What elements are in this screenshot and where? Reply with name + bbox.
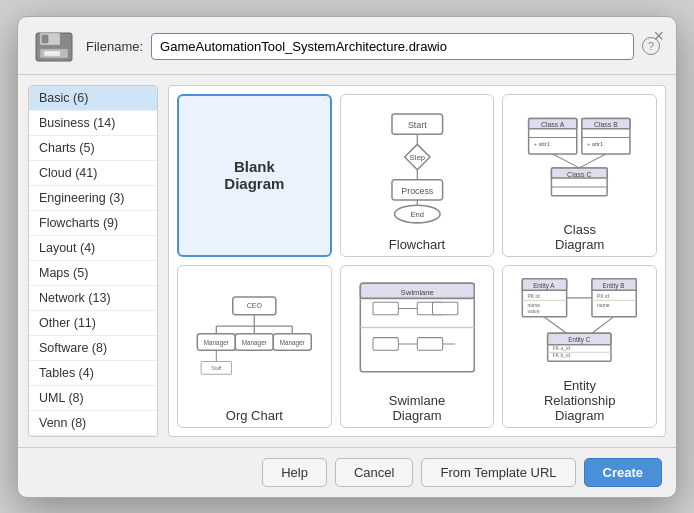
filename-label: Filename: <box>86 39 143 54</box>
help-button[interactable]: Help <box>262 458 327 487</box>
dialog: × Filename: ? Basic (6) Business (14) Ch… <box>17 16 677 498</box>
template-er-preview: Entity A PK id name value Entity B PK id… <box>503 266 656 374</box>
template-flowchart[interactable]: Start Step Process End Flowchart <box>340 94 495 257</box>
sidebar-item-basic[interactable]: Basic (6) <box>29 86 157 111</box>
svg-rect-59 <box>432 302 457 315</box>
svg-text:Manager: Manager <box>204 339 229 347</box>
sidebar-item-layout[interactable]: Layout (4) <box>29 236 157 261</box>
svg-text:CEO: CEO <box>247 302 263 309</box>
sidebar-item-charts[interactable]: Charts (5) <box>29 136 157 161</box>
template-swimlane-preview: Swimlane <box>341 266 494 389</box>
svg-text:PK id: PK id <box>528 292 540 298</box>
sidebar-item-software[interactable]: Software (8) <box>29 336 157 361</box>
svg-text:value: value <box>528 308 540 314</box>
template-swimlane-label: SwimlaneDiagram <box>385 389 449 427</box>
sidebar-item-cloud[interactable]: Cloud (41) <box>29 161 157 186</box>
template-org-chart[interactable]: CEO Manager Manager Manager <box>177 265 332 428</box>
cancel-button[interactable]: Cancel <box>335 458 413 487</box>
create-button[interactable]: Create <box>584 458 662 487</box>
svg-text:Class C: Class C <box>567 170 591 177</box>
sidebar: Basic (6) Business (14) Charts (5) Cloud… <box>28 85 158 437</box>
svg-text:+ attr1: + attr1 <box>587 141 603 147</box>
svg-line-30 <box>553 153 580 167</box>
svg-text:Swimlane: Swimlane <box>401 287 434 296</box>
close-button[interactable]: × <box>653 27 664 45</box>
template-blank-label: BlankDiagram <box>220 154 288 196</box>
template-class-preview: Class A + attr1 Class B + attr1 Class C <box>503 95 656 218</box>
svg-text:Step: Step <box>409 152 425 161</box>
footer: Help Cancel From Template URL Create <box>18 447 676 497</box>
svg-rect-4 <box>44 51 60 56</box>
template-blank[interactable]: BlankDiagram <box>177 94 332 257</box>
svg-text:FK b_id: FK b_id <box>553 352 571 358</box>
template-orgchart-preview: CEO Manager Manager Manager <box>178 266 331 404</box>
disk-icon <box>34 29 74 64</box>
svg-text:Process: Process <box>401 185 434 195</box>
svg-text:Entity B: Entity B <box>603 281 625 289</box>
template-orgchart-label: Org Chart <box>222 404 287 427</box>
svg-text:Entity C: Entity C <box>569 336 592 344</box>
svg-text:End: End <box>410 209 423 218</box>
svg-line-80 <box>544 316 567 332</box>
svg-text:Manager: Manager <box>242 339 267 347</box>
template-class-diagram[interactable]: Class A + attr1 Class B + attr1 Class C <box>502 94 657 257</box>
svg-text:Class B: Class B <box>594 121 618 128</box>
templates-grid: BlankDiagram Start Step Process <box>168 85 666 437</box>
template-flowchart-preview: Start Step Process End <box>341 95 494 233</box>
svg-text:Start: Start <box>408 119 427 129</box>
svg-text:Entity A: Entity A <box>534 281 556 289</box>
filename-input[interactable] <box>151 33 634 60</box>
svg-rect-55 <box>373 337 398 350</box>
sidebar-item-flowcharts[interactable]: Flowcharts (9) <box>29 211 157 236</box>
svg-text:Manager: Manager <box>280 339 305 347</box>
sidebar-item-uml[interactable]: UML (8) <box>29 386 157 411</box>
svg-text:Staff: Staff <box>211 365 222 371</box>
sidebar-item-other[interactable]: Other (11) <box>29 311 157 336</box>
svg-text:name: name <box>528 301 541 307</box>
sidebar-item-maps[interactable]: Maps (5) <box>29 261 157 286</box>
template-er-label: EntityRelationshipDiagram <box>540 374 620 427</box>
from-template-url-button[interactable]: From Template URL <box>421 458 575 487</box>
template-class-label: ClassDiagram <box>551 218 608 256</box>
filename-row: Filename: ? <box>86 33 660 60</box>
svg-text:PK id: PK id <box>597 292 609 298</box>
svg-rect-2 <box>42 35 48 43</box>
svg-text:+ attr1: + attr1 <box>534 141 550 147</box>
template-swimlane[interactable]: Swimlane SwimlaneDiagram <box>340 265 495 428</box>
template-flowchart-label: Flowchart <box>385 233 449 256</box>
svg-rect-57 <box>417 337 442 350</box>
svg-rect-52 <box>373 302 398 315</box>
title-bar: Filename: ? <box>18 17 676 75</box>
sidebar-item-tables[interactable]: Tables (4) <box>29 361 157 386</box>
sidebar-item-business[interactable]: Business (14) <box>29 111 157 136</box>
svg-text:Class A: Class A <box>541 121 565 128</box>
svg-line-81 <box>592 316 614 332</box>
sidebar-item-engineering[interactable]: Engineering (3) <box>29 186 157 211</box>
sidebar-item-venn[interactable]: Venn (8) <box>29 411 157 436</box>
svg-text:FK a_id: FK a_id <box>553 344 571 350</box>
svg-line-31 <box>580 153 607 167</box>
template-er-diagram[interactable]: Entity A PK id name value Entity B PK id… <box>502 265 657 428</box>
body: Basic (6) Business (14) Charts (5) Cloud… <box>18 75 676 447</box>
sidebar-item-network[interactable]: Network (13) <box>29 286 157 311</box>
svg-text:name: name <box>597 301 610 307</box>
